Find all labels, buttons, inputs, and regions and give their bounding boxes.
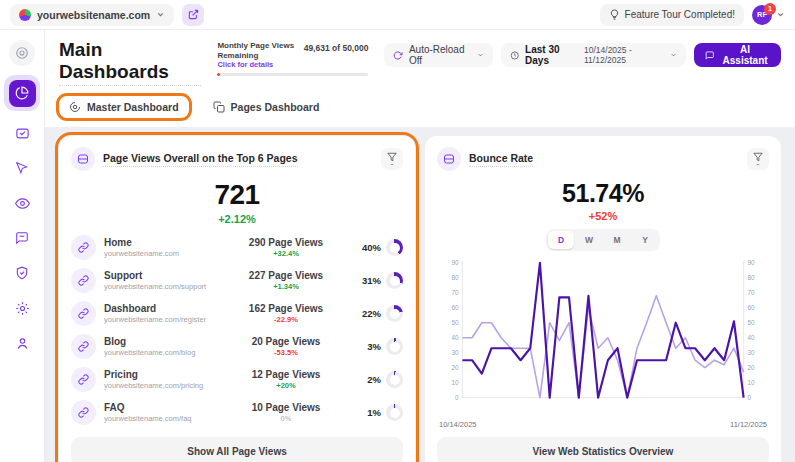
page-share-percent: 2% (345, 374, 381, 385)
link-icon-wrap (71, 400, 96, 425)
link-icon (78, 407, 89, 418)
page-url: yourwebsitename.com/blog (104, 348, 195, 357)
date-range-picker[interactable]: Last 30 Days 10/14/2025 - 11/12/2025 (501, 43, 686, 67)
sidebar-item-messages[interactable] (9, 225, 35, 251)
page-views-delta: +20% (227, 381, 345, 390)
sidebar (0, 30, 45, 462)
period-option-m[interactable]: M (604, 231, 630, 249)
page-header: Main Dashboards Monthly Page Views Remai… (45, 30, 795, 86)
y-tick-label: 40 (748, 334, 756, 341)
page-share-donut (386, 239, 403, 256)
sidebar-item-security[interactable] (9, 260, 35, 286)
link-icon-wrap (71, 235, 96, 260)
sidebar-item-interactions[interactable] (9, 155, 35, 181)
show-all-page-views-button[interactable]: Show All Page Views (71, 437, 403, 462)
sidebar-collapse-button[interactable] (9, 40, 35, 66)
page-row-home[interactable]: Homeyourwebsitename.com290 Page Views+32… (71, 231, 403, 264)
page-views-delta: -22.9% (227, 315, 345, 324)
page-name: Blog (104, 336, 195, 347)
panel-icon (77, 153, 89, 165)
y-tick-label: 30 (451, 349, 459, 356)
view-web-statistics-button[interactable]: View Web Statistics Overview (437, 437, 769, 462)
y-tick-label: 0 (455, 394, 459, 401)
page-share-donut (386, 338, 403, 355)
page-name: Pricing (104, 369, 203, 380)
tab-label: Master Dashboard (87, 101, 179, 113)
page-row-dashboard[interactable]: Dashboardyourwebsitename.com/register162… (71, 297, 403, 330)
sidebar-item-visitors[interactable] (9, 190, 35, 216)
page-views-total: 721 (71, 179, 403, 211)
quota-label: Monthly Page Views Remaining (217, 41, 297, 60)
messages-icon (15, 231, 29, 245)
page-info: Pricingyourwebsitename.com/pricing (104, 369, 203, 390)
quota-details-link[interactable]: Click for details (217, 60, 297, 69)
topbar: yourwebsitename.com Feature Tour Complet… (0, 0, 795, 30)
site-favicon (19, 9, 31, 21)
ai-assistant-button[interactable]: AI Assistant (694, 43, 781, 67)
tab-master-dashboard[interactable]: Master Dashboard (59, 96, 189, 118)
filter-button[interactable] (747, 148, 769, 170)
filter-button[interactable] (381, 148, 403, 170)
page-views-count: 162 Page Views (227, 303, 345, 314)
series-current-period (462, 263, 743, 398)
page-name: Home (104, 237, 179, 248)
refresh-icon (393, 50, 402, 61)
page-views-cell: 20 Page Views-53.5% (227, 336, 345, 357)
date-range-value: 10/14/2025 - 11/12/2025 (584, 45, 664, 65)
page-views-delta: -53.5% (227, 348, 345, 357)
page-views-cell: 10 Page Views0% (227, 402, 345, 423)
page-views-count: 10 Page Views (227, 402, 345, 413)
y-tick-label: 0 (748, 394, 752, 401)
page-views-count: 290 Page Views (227, 237, 345, 248)
period-option-y[interactable]: Y (632, 231, 658, 249)
auto-reload-toggle[interactable]: Auto-Reload Off (384, 43, 492, 67)
page-views-delta: +1.34% (227, 282, 345, 291)
tab-label: Pages Dashboard (231, 101, 320, 113)
page-views-cell: 162 Page Views-22.9% (227, 303, 345, 324)
chat-icon (705, 50, 715, 61)
link-icon (78, 242, 89, 253)
lightbulb-icon (609, 9, 620, 20)
y-tick-label: 50 (451, 319, 459, 326)
inbox-icon (15, 126, 30, 141)
card-icon-wrap (437, 147, 461, 171)
period-option-d[interactable]: D (548, 231, 574, 249)
page-row-blog[interactable]: Blogyourwebsitename.com/blog20 Page View… (71, 330, 403, 363)
page-row-support[interactable]: Supportyourwebsitename.com/support227 Pa… (71, 264, 403, 297)
link-icon (78, 374, 89, 385)
page-row-pricing[interactable]: Pricingyourwebsitename.com/pricing12 Pag… (71, 363, 403, 396)
page-url: yourwebsitename.com/support (104, 282, 206, 291)
sidebar-item-account[interactable] (9, 330, 35, 356)
visitors-icon (15, 196, 30, 211)
card-icon-wrap (71, 147, 95, 171)
page-info: Homeyourwebsitename.com (104, 237, 179, 258)
account-user-icon (15, 336, 30, 351)
security-shield-icon (15, 266, 29, 280)
page-share-donut (386, 272, 403, 289)
period-option-w[interactable]: W (576, 231, 602, 249)
website-selector[interactable]: yourwebsitename.com (10, 4, 174, 26)
y-tick-label: 10 (451, 379, 459, 386)
y-tick-label: 70 (451, 289, 459, 296)
feature-tour-button[interactable]: Feature Tour Completed! (600, 4, 744, 26)
tab-pages-dashboard[interactable]: Pages Dashboard (203, 96, 330, 118)
quota-progress-bar (217, 73, 368, 76)
y-tick-label: 60 (748, 304, 756, 311)
sidebar-item-inbox[interactable] (9, 120, 35, 146)
sidebar-item-dashboards[interactable] (4, 75, 40, 111)
page-row-faq[interactable]: FAQyourwebsitename.com/faq10 Page Views0… (71, 396, 403, 429)
sidebar-item-settings[interactable] (9, 295, 35, 321)
y-tick-label: 80 (451, 274, 459, 281)
page-share-percent: 31% (345, 275, 381, 286)
monthly-quota: Monthly Page Views Remaining Click for d… (217, 41, 368, 76)
user-menu[interactable]: RF 1 (752, 5, 785, 25)
y-tick-label: 60 (451, 304, 459, 311)
page-views-count: 227 Page Views (227, 270, 345, 281)
open-website-button[interactable] (182, 4, 204, 26)
card-title: Page Views Overall on the Top 6 Pages (103, 152, 298, 167)
quota-value: 49,631 of 50,000 (304, 43, 369, 53)
page-views-delta: +32.4% (227, 249, 345, 258)
pages-dashboard-icon (213, 101, 225, 113)
website-name: yourwebsitename.com (37, 9, 150, 21)
period-selector: DWMY (546, 229, 660, 251)
